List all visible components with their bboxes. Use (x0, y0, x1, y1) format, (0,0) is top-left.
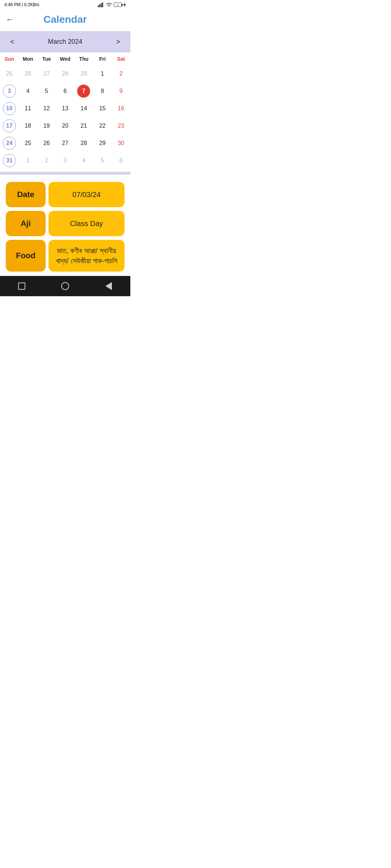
calendar-cell[interactable]: 10 (0, 100, 18, 117)
wifi-icon (106, 2, 112, 7)
calendar-cell[interactable]: 23 (112, 118, 130, 134)
calendar-cell[interactable]: 26 (37, 135, 56, 152)
calendar-day[interactable]: 12 (40, 102, 53, 115)
calendar-cell[interactable]: 5 (37, 83, 56, 99)
calendar-day[interactable]: 25 (3, 67, 16, 80)
calendar-cell[interactable]: 8 (93, 83, 112, 99)
calendar-day[interactable]: 20 (59, 119, 72, 132)
calendar-day[interactable]: 9 (114, 85, 127, 98)
calendar-cell[interactable]: 14 (75, 100, 93, 117)
calendar-cell[interactable]: 29 (75, 65, 93, 82)
calendar-cell[interactable]: 28 (56, 65, 74, 82)
calendar-cell[interactable]: 1 (93, 65, 112, 82)
calendar-cell[interactable]: 4 (75, 152, 93, 169)
calendar-day[interactable]: 21 (77, 119, 90, 132)
calendar-cell[interactable]: 3 (0, 83, 18, 99)
calendar-day[interactable]: 6 (114, 154, 127, 167)
calendar-day[interactable]: 7 (77, 85, 90, 98)
info-value: Class Day (49, 211, 125, 236)
calendar-cell[interactable]: 28 (75, 135, 93, 152)
calendar-cell[interactable]: 31 (0, 152, 18, 169)
info-row: AjiClass Day (6, 211, 125, 236)
back-button[interactable]: ← (6, 15, 14, 24)
calendar-day[interactable]: 13 (59, 102, 72, 115)
calendar-day[interactable]: 16 (114, 102, 127, 115)
calendar-cell[interactable]: 18 (18, 118, 37, 134)
calendar-day[interactable]: 18 (21, 119, 34, 132)
calendar-cell[interactable]: 4 (18, 83, 37, 99)
calendar-day[interactable]: 25 (21, 137, 34, 150)
calendar-day[interactable]: 2 (40, 154, 53, 167)
calendar-day[interactable]: 29 (96, 137, 109, 150)
calendar-day[interactable]: 31 (3, 154, 16, 167)
calendar-day[interactable]: 10 (3, 102, 16, 115)
nav-back-button[interactable] (102, 280, 115, 293)
calendar-cell[interactable]: 20 (56, 118, 74, 134)
calendar-cell[interactable]: 1 (18, 152, 37, 169)
calendar-day[interactable]: 5 (40, 85, 53, 98)
calendar-cell[interactable]: 24 (0, 135, 18, 152)
calendar-day[interactable]: 3 (59, 154, 72, 167)
calendar-day[interactable]: 19 (40, 119, 53, 132)
calendar-cell[interactable]: 16 (112, 100, 130, 117)
calendar-cell[interactable]: 26 (18, 65, 37, 82)
nav-home-button[interactable] (59, 280, 72, 293)
day-header-sun: Sun (0, 55, 18, 63)
calendar-day[interactable]: 1 (96, 67, 109, 80)
calendar-cell[interactable]: 6 (56, 83, 74, 99)
calendar-cell[interactable]: 27 (56, 135, 74, 152)
calendar-day[interactable]: 5 (96, 154, 109, 167)
calendar-cell[interactable]: 7 (75, 83, 93, 99)
calendar-day[interactable]: 15 (96, 102, 109, 115)
day-headers: Sun Mon Tue Wed Thu Fri Sat (0, 52, 130, 64)
calendar-day[interactable]: 28 (59, 67, 72, 80)
next-month-button[interactable]: > (113, 36, 123, 47)
prev-month-button[interactable]: < (7, 36, 17, 47)
day-header-fri: Fri (93, 55, 112, 63)
calendar-day[interactable]: 4 (77, 154, 90, 167)
page-title: Calendar (43, 14, 87, 25)
calendar-day[interactable]: 28 (77, 137, 90, 150)
calendar-cell[interactable]: 29 (93, 135, 112, 152)
calendar-cell[interactable]: 17 (0, 118, 18, 134)
calendar-cell[interactable]: 25 (18, 135, 37, 152)
calendar-day[interactable]: 30 (114, 137, 127, 150)
calendar-day[interactable]: 27 (40, 67, 53, 80)
calendar-cell[interactable]: 12 (37, 100, 56, 117)
calendar-cell[interactable]: 22 (93, 118, 112, 134)
calendar-cell[interactable]: 30 (112, 135, 130, 152)
home-icon (61, 282, 69, 290)
calendar-day[interactable]: 11 (21, 102, 34, 115)
calendar-cell[interactable]: 3 (56, 152, 74, 169)
calendar-day[interactable]: 14 (77, 102, 90, 115)
calendar-day[interactable]: 27 (59, 137, 72, 150)
calendar-day[interactable]: 1 (21, 154, 34, 167)
day-header-sat: Sat (112, 55, 130, 63)
calendar-cell[interactable]: 21 (75, 118, 93, 134)
calendar-day[interactable]: 3 (3, 85, 16, 98)
calendar-cell[interactable]: 5 (93, 152, 112, 169)
calendar-day[interactable]: 26 (21, 67, 34, 80)
calendar-cell[interactable]: 25 (0, 65, 18, 82)
calendar-day[interactable]: 4 (21, 85, 34, 98)
calendar-day[interactable]: 23 (114, 119, 127, 132)
calendar-cell[interactable]: 6 (112, 152, 130, 169)
calendar-day[interactable]: 26 (40, 137, 53, 150)
calendar-day[interactable]: 6 (59, 85, 72, 98)
calendar-cell[interactable]: 9 (112, 83, 130, 99)
calendar-cell[interactable]: 2 (37, 152, 56, 169)
calendar-cell[interactable]: 11 (18, 100, 37, 117)
calendar-cell[interactable]: 13 (56, 100, 74, 117)
calendar-day[interactable]: 24 (3, 137, 16, 150)
calendar-cell[interactable]: 19 (37, 118, 56, 134)
calendar-cell[interactable]: 15 (93, 100, 112, 117)
calendar-day[interactable]: 8 (96, 85, 109, 98)
nav-recents-button[interactable] (15, 280, 28, 293)
calendar-day[interactable]: 29 (77, 67, 90, 80)
calendar-day[interactable]: 22 (96, 119, 109, 132)
svg-rect-1 (99, 4, 100, 7)
calendar-cell[interactable]: 2 (112, 65, 130, 82)
calendar-day[interactable]: 2 (114, 67, 127, 80)
calendar-day[interactable]: 17 (3, 119, 16, 132)
calendar-cell[interactable]: 27 (37, 65, 56, 82)
